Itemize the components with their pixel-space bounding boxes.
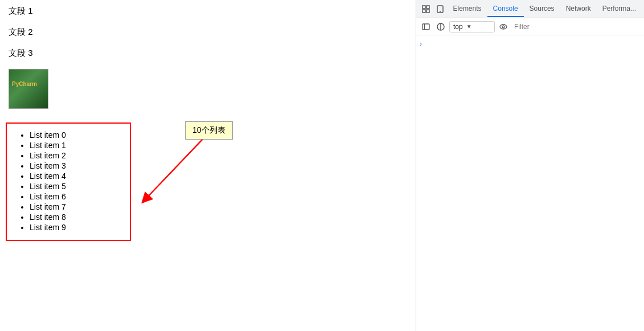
list-item: List item 0 <box>30 130 118 140</box>
list: List item 0 List item 1 List item 2 List… <box>18 130 118 232</box>
devtools-toolbar: top ▼ <box>416 18 644 35</box>
list-item: List item 3 <box>30 161 118 170</box>
list-item: List item 5 <box>30 182 118 191</box>
paragraph-1: 文段 1 <box>9 6 407 17</box>
list-item: List item 1 <box>30 141 118 150</box>
list-item: List item 7 <box>30 202 118 211</box>
paragraph-2: 文段 2 <box>9 27 407 38</box>
svg-rect-8 <box>423 24 429 30</box>
svg-point-12 <box>500 24 507 29</box>
eye-filter-btn[interactable] <box>497 21 510 33</box>
devtools-tab-bar: Elements Console Sources Network Perform… <box>416 0 644 18</box>
console-sidebar-btn[interactable] <box>420 21 432 33</box>
svg-line-1 <box>145 137 205 199</box>
pycharm-image <box>9 69 48 109</box>
list-item: List item 6 <box>30 192 118 201</box>
tab-sources[interactable]: Sources <box>524 1 560 17</box>
console-chevron[interactable]: › <box>420 40 641 48</box>
list-item: List item 2 <box>30 151 118 160</box>
device-icon-btn[interactable] <box>433 1 447 17</box>
svg-rect-5 <box>426 10 429 13</box>
tab-console[interactable]: Console <box>487 1 524 17</box>
console-content: › <box>416 35 644 331</box>
filter-input[interactable] <box>512 22 641 32</box>
tab-network[interactable]: Network <box>560 1 597 17</box>
svg-point-13 <box>502 26 504 28</box>
context-value: top <box>453 23 463 31</box>
context-select[interactable]: top ▼ <box>449 21 495 32</box>
inspect-icon-btn[interactable] <box>419 1 433 17</box>
devtools-panel: Elements Console Sources Network Perform… <box>416 0 644 331</box>
svg-rect-4 <box>423 10 425 13</box>
svg-rect-3 <box>426 6 429 9</box>
list-item: List item 4 <box>30 171 118 181</box>
chevron-down-icon: ▼ <box>466 23 472 30</box>
tooltip-box: 10个列表 <box>185 121 233 140</box>
list-item: List item 9 <box>30 223 118 232</box>
tooltip-text: 10个列表 <box>192 125 225 134</box>
tab-performance[interactable]: Performa... <box>597 1 642 17</box>
svg-rect-2 <box>423 6 425 9</box>
list-item: List item 8 <box>30 213 118 222</box>
paragraph-3: 文段 3 <box>9 48 407 59</box>
clear-console-btn[interactable] <box>434 21 447 33</box>
list-container: List item 0 List item 1 List item 2 List… <box>6 122 131 241</box>
page-area: 文段 1 文段 2 文段 3 10个列表 List item 0 List it… <box>0 0 416 331</box>
tab-elements[interactable]: Elements <box>448 1 487 17</box>
